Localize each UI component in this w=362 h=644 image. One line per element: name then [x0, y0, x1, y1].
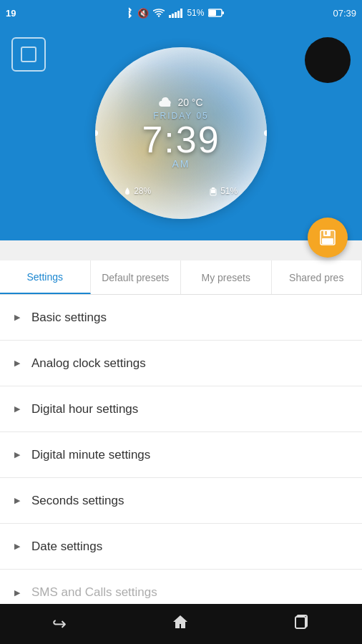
arrow-icon-date: ▶	[14, 542, 20, 551]
battery-pct: 51%	[187, 8, 204, 18]
tab-default-presets[interactable]: Default presets	[91, 260, 182, 294]
square-button-inner	[21, 47, 36, 62]
humidity-value: 28%	[124, 186, 151, 196]
save-button[interactable]	[308, 218, 348, 258]
settings-item-digital-hour[interactable]: ▶ Digital hour settings	[0, 386, 362, 432]
recents-icon	[294, 614, 310, 630]
tabs-row: Settings Default presets My presets Shar…	[0, 260, 362, 295]
nav-recents-button[interactable]	[294, 614, 310, 634]
home-icon	[172, 613, 189, 630]
svg-rect-3	[222, 11, 224, 14]
settings-label-date: Date settings	[31, 540, 102, 554]
arrow-icon-digital-hour: ▶	[14, 404, 20, 414]
settings-label-analog: Analog clock settings	[31, 356, 146, 371]
tab-shared-presets[interactable]: Shared pres	[272, 260, 363, 294]
floppy-disk-icon	[318, 228, 337, 247]
svg-rect-5	[211, 190, 215, 193]
clock-period: AM	[172, 158, 190, 170]
battery-value: 51%	[210, 186, 238, 196]
weather-temp: 20 °C	[177, 97, 202, 108]
battery-icon	[208, 9, 224, 17]
cloud-icon	[159, 97, 173, 107]
arrow-icon-basic: ▶	[14, 313, 20, 322]
status-icons: 🔇 51%	[124, 7, 224, 19]
settings-item-analog[interactable]: ▶ Analog clock settings	[0, 341, 362, 386]
settings-list: ▶ Basic settings ▶ Analog clock settings…	[0, 295, 362, 615]
settings-label-seconds: Seconds settings	[31, 494, 124, 508]
profile-circle[interactable]	[305, 37, 351, 83]
svg-rect-9	[325, 231, 327, 235]
wifi-icon	[153, 9, 165, 18]
square-button[interactable]	[11, 37, 46, 72]
clock-content: 20 °C FRIDAY 05 7:39 AM	[142, 97, 220, 170]
arrow-icon-digital-minute: ▶	[14, 450, 20, 459]
status-time-right: 07:39	[333, 8, 356, 19]
clock-dot-right	[264, 130, 267, 136]
nav-back-button[interactable]: ↩	[52, 614, 67, 634]
settings-label-sms-calls: SMS and Calls settings	[31, 585, 157, 600]
status-bar: 19 🔇 51%	[0, 0, 362, 26]
settings-item-basic[interactable]: ▶ Basic settings	[0, 295, 362, 341]
settings-label-digital-minute: Digital minute settings	[31, 448, 150, 462]
bluetooth-icon	[124, 7, 133, 19]
signal-icon	[169, 8, 182, 18]
svg-rect-12	[295, 617, 305, 628]
weather-row: 20 °C	[159, 97, 202, 108]
arrow-icon-analog: ▶	[14, 358, 20, 368]
nav-bar: ↩	[0, 604, 362, 644]
arrow-icon-seconds: ▶	[14, 496, 20, 505]
settings-item-digital-minute[interactable]: ▶ Digital minute settings	[0, 432, 362, 478]
top-section: 20 °C FRIDAY 05 7:39 AM 28% 51%	[0, 26, 362, 240]
clock-widget: 20 °C FRIDAY 05 7:39 AM 28% 51%	[95, 47, 267, 219]
tab-my-presets[interactable]: My presets	[181, 260, 272, 294]
svg-rect-6	[212, 187, 215, 189]
svg-rect-2	[209, 10, 216, 16]
status-time-left: 19	[6, 8, 16, 19]
settings-item-seconds[interactable]: ▶ Seconds settings	[0, 478, 362, 524]
clock-status-row: 28% 51%	[95, 186, 267, 196]
arrow-icon-sms-calls: ▶	[14, 588, 20, 597]
tab-settings[interactable]: Settings	[0, 260, 91, 294]
svg-rect-10	[322, 238, 333, 244]
settings-item-date[interactable]: ▶ Date settings	[0, 524, 362, 570]
clock-time: 7:39	[142, 121, 220, 158]
nav-home-button[interactable]	[172, 613, 189, 635]
settings-label-basic: Basic settings	[31, 311, 107, 325]
settings-label-digital-hour: Digital hour settings	[31, 402, 138, 416]
mute-icon: 🔇	[137, 8, 149, 19]
